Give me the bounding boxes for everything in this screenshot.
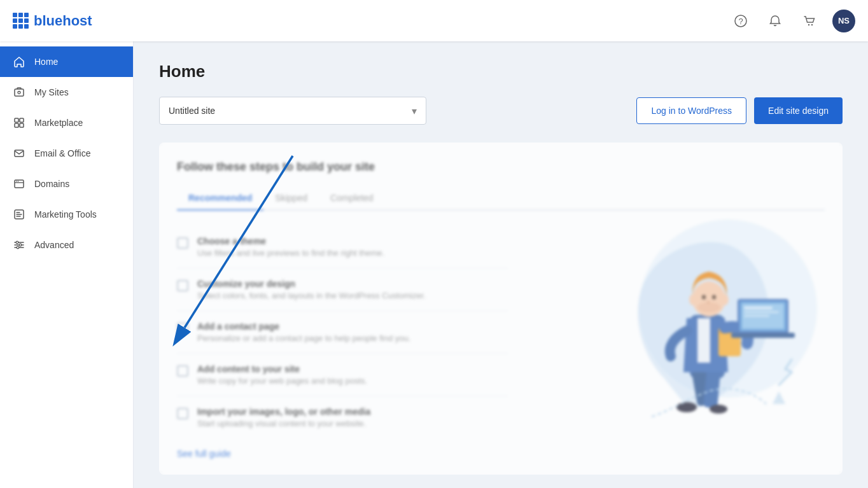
tab-skipped[interactable]: Skipped	[263, 186, 319, 211]
sidebar-label-email-office: Email & Office	[34, 148, 90, 158]
svg-text:?: ?	[738, 17, 743, 26]
hero-illustration	[588, 175, 830, 442]
notifications-button[interactable]	[764, 10, 787, 32]
sidebar-item-advanced[interactable]: Advanced	[0, 230, 133, 260]
sidebar-item-marketplace[interactable]: Marketplace	[0, 108, 133, 138]
checklist-item-3: Add content to your site Write copy for …	[177, 354, 508, 396]
logo-grid-icon	[13, 13, 29, 29]
sidebar-label-home: Home	[34, 57, 58, 67]
email-icon	[13, 147, 25, 160]
see-full-guide-link[interactable]: See full guide	[177, 449, 231, 459]
checklist-item-1: Customize your design Select colors, fon…	[177, 268, 508, 311]
svg-rect-36	[731, 333, 795, 338]
sidebar-item-email-office[interactable]: Email & Office	[0, 138, 133, 169]
sidebar-label-marketplace: Marketplace	[34, 118, 83, 128]
sidebar-item-marketing-tools[interactable]: Marketing Tools	[0, 199, 133, 230]
checkbox-4[interactable]	[177, 408, 188, 419]
checklist-item-2: Add a contact page Personalize or add a …	[177, 311, 508, 354]
tab-recommended[interactable]: Recommended	[177, 186, 263, 211]
tab-completed[interactable]: Completed	[319, 186, 385, 211]
help-button[interactable]: ?	[729, 10, 752, 32]
edit-site-design-button[interactable]: Edit site design	[754, 97, 843, 124]
home-icon	[13, 55, 25, 68]
checkbox-2[interactable]	[177, 323, 188, 334]
top-navigation: bluehost ? NS	[0, 0, 868, 41]
sidebar-label-domains: Domains	[34, 179, 69, 189]
check-desc-4: Start uploading visual content to your w…	[197, 419, 370, 428]
cart-button[interactable]	[798, 10, 821, 32]
svg-rect-4	[15, 89, 24, 96]
svg-rect-10	[15, 150, 24, 157]
checkbox-0[interactable]	[177, 237, 188, 249]
my-sites-icon	[13, 86, 25, 99]
sidebar: Home My Sites M	[0, 41, 134, 488]
svg-point-12	[16, 181, 17, 182]
svg-point-42	[712, 295, 716, 300]
bell-icon	[769, 15, 781, 27]
check-desc-2: Personalize or add a contact page to hel…	[197, 333, 410, 343]
steps-section: Follow these steps to build your site Re…	[159, 143, 843, 475]
checklist: Choose a theme Use filters and live prev…	[177, 226, 508, 438]
svg-rect-9	[20, 123, 24, 127]
svg-point-39	[689, 294, 697, 305]
logo[interactable]: bluehost	[13, 13, 92, 29]
check-title-0: Choose a theme	[197, 236, 384, 246]
svg-point-41	[702, 295, 706, 300]
check-text-4: Import your images, logo, or other media…	[197, 407, 370, 428]
sidebar-item-domains[interactable]: Domains	[0, 169, 133, 199]
check-title-1: Customize your design	[197, 279, 426, 289]
svg-point-20	[17, 246, 19, 249]
svg-point-13	[18, 181, 19, 182]
svg-rect-34	[744, 311, 779, 313]
check-text-2: Add a contact page Personalize or add a …	[197, 321, 410, 343]
checkbox-3[interactable]	[177, 365, 188, 377]
illustration-area	[575, 143, 843, 475]
avatar[interactable]: NS	[832, 10, 855, 32]
svg-point-25	[676, 402, 697, 412]
check-desc-0: Use filters and live previews to find th…	[197, 248, 384, 258]
svg-rect-33	[744, 307, 773, 309]
chevron-down-icon: ▾	[412, 105, 417, 117]
svg-point-3	[811, 24, 813, 25]
svg-point-40	[721, 294, 729, 305]
sidebar-item-home[interactable]: Home	[0, 46, 133, 77]
check-text-3: Add content to your site Write copy for …	[197, 364, 367, 386]
page-title: Home	[159, 62, 843, 81]
sidebar-label-my-sites: My Sites	[34, 87, 69, 97]
svg-rect-35	[744, 315, 769, 317]
domains-icon	[13, 178, 25, 190]
top-nav-right: ? NS	[729, 10, 855, 32]
cart-icon	[803, 15, 816, 27]
main-layout: Home My Sites M	[0, 0, 868, 488]
check-desc-1: Select colors, fonts, and layouts in the…	[197, 291, 426, 300]
svg-point-5	[18, 92, 20, 94]
svg-point-38	[697, 302, 720, 312]
logo-text: bluehost	[34, 13, 92, 29]
svg-rect-6	[15, 118, 18, 122]
sidebar-label-advanced: Advanced	[34, 240, 74, 250]
check-text-1: Customize your design Select colors, fon…	[197, 279, 426, 300]
checkbox-1[interactable]	[177, 280, 188, 291]
site-dropdown-value: Untitled site	[169, 106, 215, 116]
help-icon: ?	[734, 15, 747, 27]
login-wordpress-button[interactable]: Log in to WordPress	[636, 97, 746, 124]
svg-rect-27	[697, 318, 710, 363]
check-title-3: Add content to your site	[197, 364, 367, 374]
svg-rect-7	[20, 118, 24, 122]
advanced-icon	[13, 239, 25, 251]
svg-rect-11	[15, 180, 24, 188]
svg-point-18	[16, 241, 18, 244]
action-buttons: Log in to WordPress Edit site design	[636, 97, 843, 124]
svg-marker-43	[773, 391, 785, 404]
check-title-4: Import your images, logo, or other media	[197, 407, 370, 417]
svg-rect-8	[15, 123, 18, 127]
svg-point-2	[808, 24, 809, 25]
sidebar-item-my-sites[interactable]: My Sites	[0, 77, 133, 108]
site-selector-row: Untitled site ▾ Log in to WordPress Edit…	[159, 97, 843, 125]
checklist-item-0: Choose a theme Use filters and live prev…	[177, 226, 508, 268]
svg-point-26	[710, 405, 727, 414]
main-content: Home Untitled site ▾ Log in to WordPress…	[134, 41, 868, 488]
site-dropdown[interactable]: Untitled site ▾	[159, 97, 426, 125]
checklist-item-4: Import your images, logo, or other media…	[177, 396, 508, 438]
check-text-0: Choose a theme Use filters and live prev…	[197, 236, 384, 258]
